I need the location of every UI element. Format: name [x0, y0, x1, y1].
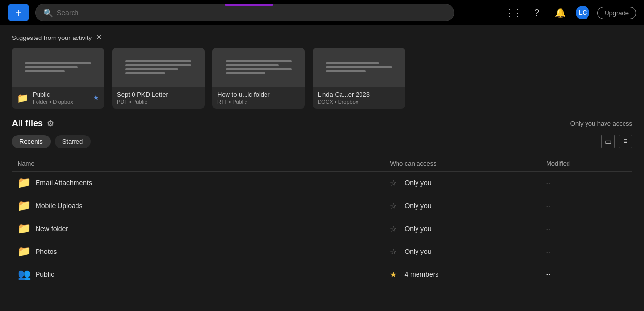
card-body-2: Sept 0 PKD Letter PDF • Public: [112, 87, 205, 109]
card-title-3: How to u...ic folder: [217, 91, 300, 98]
star-icon[interactable]: ☆: [390, 247, 397, 256]
card-info-1: Public Folder • Dropbox: [33, 91, 89, 105]
card-title-1: Public: [33, 91, 89, 98]
tabs-row: Recents Starred ▭ ≡: [12, 135, 632, 148]
thumb-line: [326, 62, 379, 64]
top-right-actions: ⋮⋮ ? 🔔 LC Upgrade: [506, 5, 636, 20]
help-icon: ?: [534, 8, 539, 18]
card-subtitle-3: RTF • Public: [217, 99, 300, 105]
folder-icon: 📁: [18, 222, 31, 235]
access-value: Only you: [404, 202, 431, 210]
modified-value: --: [540, 172, 632, 194]
file-name: Public: [36, 271, 54, 278]
card-body-1: 📁 Public Folder • Dropbox ★: [12, 87, 104, 109]
all-files-title-group: All files ⚙: [12, 118, 54, 129]
suggested-card-linda[interactable]: Linda Ca...er 2023 DOCX • Dropbox: [313, 48, 405, 109]
card-info-2: Sept 0 PKD Letter PDF • Public: [117, 91, 200, 105]
suggested-header: Suggested from your activity 👁: [12, 33, 632, 42]
tab-starred[interactable]: Starred: [55, 135, 91, 148]
main-content: Suggested from your activity 👁 📁 Public …: [0, 25, 644, 294]
settings-icon[interactable]: ⚙: [47, 119, 54, 128]
avatar[interactable]: LC: [576, 6, 589, 19]
folder-icon: 📁: [17, 92, 29, 104]
view-toggles: ▭ ≡: [601, 135, 632, 148]
star-icon[interactable]: ☆: [390, 178, 397, 188]
apps-grid-icon: ⋮⋮: [505, 7, 522, 18]
grid-view-button[interactable]: ▭: [601, 135, 615, 148]
card-subtitle-4: DOCX • Dropbox: [318, 99, 400, 105]
card-star-1[interactable]: ★: [93, 93, 99, 102]
access-value: Only you: [404, 248, 431, 255]
thumb-line: [125, 60, 191, 62]
star-icon[interactable]: ☆: [390, 224, 397, 233]
table-row[interactable]: 📁 Mobile Uploads ☆ Only you --: [12, 194, 632, 217]
card-info-4: Linda Ca...er 2023 DOCX • Dropbox: [318, 91, 400, 105]
star-icon[interactable]: ★: [390, 270, 397, 279]
card-thumb-3: [212, 48, 305, 87]
list-icon: ≡: [623, 137, 627, 146]
file-name: Photos: [36, 248, 57, 255]
card-thumb-4: [313, 48, 405, 87]
list-view-button[interactable]: ≡: [619, 135, 632, 148]
new-button[interactable]: +: [8, 4, 29, 21]
thumb-line: [226, 60, 292, 62]
table-row[interactable]: 👥 Public ★ 4 members --: [12, 263, 632, 286]
help-icon-button[interactable]: ?: [529, 5, 545, 20]
access-value: Only you: [404, 225, 431, 233]
file-row-name: 👥 Public: [18, 268, 378, 281]
folder-icon: 📁: [18, 245, 31, 258]
table-row[interactable]: 📁 Email Attachments ☆ Only you --: [12, 172, 632, 194]
thumb-line: [125, 64, 191, 66]
table-row[interactable]: 📁 New folder ☆ Only you --: [12, 217, 632, 240]
grid-icon: ▭: [605, 137, 612, 146]
file-row-name: 📁 New folder: [18, 222, 378, 235]
folder-icon: 📁: [18, 176, 31, 189]
suggested-cards: 📁 Public Folder • Dropbox ★: [12, 48, 632, 109]
file-row-name: 📁 Email Attachments: [18, 176, 378, 189]
file-row-name: 📁 Mobile Uploads: [18, 199, 378, 212]
card-title-4: Linda Ca...er 2023: [318, 91, 400, 98]
bell-icon: 🔔: [555, 7, 566, 18]
search-icon: 🔍: [43, 8, 53, 18]
thumb-line: [125, 68, 178, 70]
apps-icon-button[interactable]: ⋮⋮: [506, 5, 521, 20]
column-modified-header: Modified: [540, 156, 632, 172]
suggested-label: Suggested from your activity: [12, 34, 92, 41]
thumb-line: [226, 72, 265, 74]
column-name-header[interactable]: Name ↑: [18, 160, 378, 167]
suggested-card-public[interactable]: 📁 Public Folder • Dropbox ★: [12, 48, 104, 109]
thumb-line: [226, 64, 279, 66]
thumb-line: [25, 62, 91, 64]
thumb-line: [326, 66, 392, 68]
file-table-body: 📁 Email Attachments ☆ Only you -- 📁: [12, 172, 632, 286]
modified-value: --: [540, 263, 632, 286]
star-icon[interactable]: ☆: [390, 201, 397, 211]
access-value: 4 members: [404, 271, 438, 278]
notifications-icon-button[interactable]: 🔔: [552, 5, 568, 20]
card-info-3: How to u...ic folder RTF • Public: [217, 91, 300, 105]
card-thumb-1: [12, 48, 104, 87]
eye-icon[interactable]: 👁: [95, 33, 103, 42]
folder-shared-icon: 👥: [18, 268, 31, 281]
all-files-header: All files ⚙ Only you have access: [12, 118, 632, 129]
thumb-line: [226, 68, 292, 70]
top-bar: + 🔍 ⋮⋮ ? 🔔 LC Upgrade: [0, 0, 644, 25]
suggested-card-howto[interactable]: How to u...ic folder RTF • Public: [212, 48, 305, 109]
file-row-name: 📁 Photos: [18, 245, 378, 258]
thumb-line: [326, 70, 366, 72]
file-name: Mobile Uploads: [36, 202, 83, 210]
all-files-title: All files: [12, 118, 43, 129]
search-input[interactable]: [57, 9, 446, 17]
card-body-4: Linda Ca...er 2023 DOCX • Dropbox: [313, 87, 405, 109]
thumb-line: [125, 72, 165, 74]
tab-recents[interactable]: Recents: [12, 135, 51, 148]
card-subtitle-2: PDF • Public: [117, 99, 200, 105]
card-title-2: Sept 0 PKD Letter: [117, 91, 200, 98]
file-name: New folder: [36, 225, 68, 233]
card-subtitle-1: Folder • Dropbox: [33, 99, 89, 105]
table-row[interactable]: 📁 Photos ☆ Only you --: [12, 240, 632, 263]
suggested-card-pkd[interactable]: Sept 0 PKD Letter PDF • Public: [112, 48, 205, 109]
file-table: Name ↑ Who can access Modified 📁 Ema: [12, 156, 632, 286]
upgrade-button[interactable]: Upgrade: [597, 7, 636, 19]
file-table-header: Name ↑ Who can access Modified: [12, 156, 632, 172]
